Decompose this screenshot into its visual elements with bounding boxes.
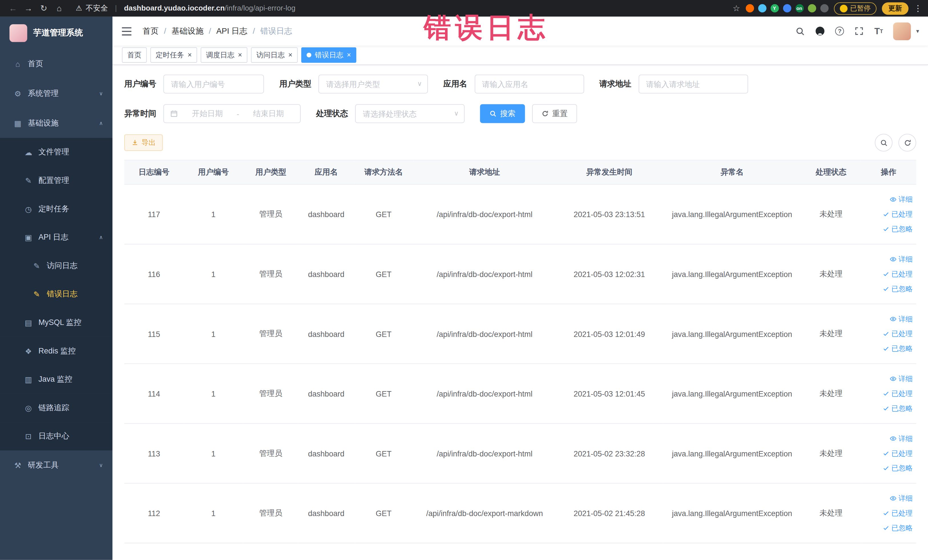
action-ignored[interactable]: 已忽略	[864, 520, 913, 536]
exception-time-range-picker[interactable]: 开始日期 - 结束日期	[163, 104, 301, 123]
user-id-input[interactable]	[163, 75, 264, 93]
tab-tag-0[interactable]: 首页	[122, 47, 147, 63]
avatar[interactable]	[893, 22, 911, 40]
action-processed[interactable]: 已处理	[864, 446, 913, 461]
extension-icon[interactable]	[758, 4, 766, 12]
font-size-small: T	[880, 28, 883, 35]
column-header: 日志编号	[124, 160, 184, 184]
cell-user-type: 管理员	[243, 483, 298, 543]
close-icon[interactable]: ×	[238, 51, 242, 58]
filter-form: 用户编号 用户类型 ∨ 应用名 请	[124, 75, 916, 123]
request-url-input[interactable]	[638, 75, 748, 93]
close-icon[interactable]: ×	[288, 51, 292, 58]
action-processed[interactable]: 已处理	[864, 207, 913, 222]
action-ignored[interactable]: 已忽略	[864, 222, 913, 237]
address-bar[interactable]: dashboard.yudao.iocoder.cn/infra/log/api…	[124, 4, 296, 12]
column-header: 用户类型	[243, 160, 298, 184]
chevron-down-icon[interactable]: ▾	[916, 28, 919, 35]
close-icon[interactable]: ×	[188, 51, 192, 58]
refresh-table-button[interactable]	[898, 134, 916, 151]
extension-icon[interactable]	[820, 4, 828, 12]
github-icon[interactable]	[815, 26, 825, 36]
breadcrumb-item[interactable]: API 日志	[216, 26, 247, 36]
sidebar-item-config[interactable]: ✎配置管理	[0, 166, 112, 195]
end-date-placeholder[interactable]: 结束日期	[243, 108, 294, 119]
search-icon[interactable]	[795, 26, 805, 36]
process-status-select[interactable]	[355, 104, 465, 123]
extension-icon[interactable]: Y	[770, 4, 778, 12]
sidebar-menu: ⌂首页⚙系统管理∨▦基础设施∧☁文件管理✎配置管理◷定时任务▣API 日志∧✎访…	[0, 49, 112, 480]
sidebar-item-trace[interactable]: ◎链路追踪	[0, 394, 112, 422]
sidebar-item-access-log[interactable]: ✎访问日志	[0, 252, 112, 280]
search-button[interactable]: 搜索	[480, 104, 525, 123]
sidebar-item-dev-tools[interactable]: ⚒研发工具∨	[0, 450, 112, 480]
paused-badge[interactable]: 已暂停	[833, 2, 876, 15]
action-processed[interactable]: 已处理	[864, 386, 913, 401]
sidebar-item-mysql[interactable]: ▤MySQL 监控	[0, 308, 112, 337]
tab-tag-2[interactable]: 调度日志×	[200, 47, 247, 63]
action-detail[interactable]: 详细	[864, 491, 913, 506]
sidebar-item-redis[interactable]: ❖Redis 监控	[0, 337, 112, 365]
app-name-input[interactable]	[475, 75, 584, 93]
sidebar-item-api-log[interactable]: ▣API 日志∧	[0, 223, 112, 252]
action-ignored[interactable]: 已忽略	[864, 282, 913, 296]
back-icon[interactable]: ←	[6, 3, 20, 13]
cell-user-type: 管理员	[243, 364, 298, 424]
sidebar-item-error-log[interactable]: ✎错误日志	[0, 280, 112, 308]
tab-tag-3[interactable]: 访问日志×	[251, 47, 298, 63]
home-icon[interactable]: ⌂	[52, 3, 66, 13]
hamburger-icon[interactable]	[121, 25, 133, 37]
tag-label: 错误日志	[315, 50, 343, 60]
eye-icon	[890, 495, 897, 502]
sidebar-item-system[interactable]: ⚙系统管理∨	[0, 79, 112, 108]
action-processed[interactable]: 已处理	[864, 506, 913, 520]
help-icon[interactable]: ?	[835, 26, 844, 35]
reload-icon[interactable]: ↻	[37, 3, 51, 13]
update-button[interactable]: 更新	[882, 2, 908, 15]
action-ignored[interactable]: 已忽略	[864, 341, 913, 356]
sidebar-item-file[interactable]: ☁文件管理	[0, 138, 112, 166]
tag-label: 调度日志	[206, 50, 235, 60]
extension-icon[interactable]	[745, 4, 754, 12]
cell-exception-name: java.lang.IllegalArgumentException	[663, 423, 801, 483]
action-processed[interactable]: 已处理	[864, 267, 913, 282]
reset-button[interactable]: 重置	[532, 104, 577, 123]
action-ignored[interactable]: 已忽略	[864, 461, 913, 476]
sidebar-item-log-center[interactable]: ⊡日志中心	[0, 422, 112, 450]
fullscreen-icon[interactable]	[854, 26, 864, 36]
action-label: 详细	[898, 371, 913, 386]
font-size-icon[interactable]: TT	[875, 26, 883, 35]
action-ignored[interactable]: 已忽略	[864, 401, 913, 416]
user-type-select[interactable]	[318, 75, 428, 93]
extension-icon[interactable]	[807, 4, 816, 12]
extension-icon[interactable]	[783, 4, 791, 12]
action-detail[interactable]: 详细	[864, 311, 913, 327]
cell-request-method: GET	[354, 184, 414, 244]
action-detail[interactable]: 详细	[864, 192, 913, 207]
sidebar-item-job[interactable]: ◷定时任务	[0, 195, 112, 223]
forward-icon[interactable]: →	[21, 3, 36, 13]
sidebar-item-infra[interactable]: ▦基础设施∧	[0, 108, 112, 138]
tab-tag-4[interactable]: 错误日志×	[301, 47, 356, 63]
export-button[interactable]: 导出	[124, 134, 163, 151]
toggle-search-button[interactable]	[875, 134, 892, 151]
sidebar-item-home[interactable]: ⌂首页	[0, 49, 112, 79]
action-processed[interactable]: 已处理	[864, 327, 913, 341]
close-icon[interactable]: ×	[347, 51, 351, 58]
tag-label: 首页	[127, 50, 142, 60]
sidebar-item-java[interactable]: ▥Java 监控	[0, 365, 112, 394]
browser-menu-icon[interactable]: ⋮	[914, 3, 922, 13]
security-area[interactable]: ⚠ 不安全 | dashboard.yudao.iocoder.cn/infra…	[76, 3, 296, 13]
start-date-placeholder[interactable]: 开始日期	[182, 108, 233, 119]
action-detail[interactable]: 详细	[864, 252, 913, 267]
extension-icon[interactable]: on	[795, 4, 803, 12]
java-icon: ▥	[23, 375, 34, 384]
breadcrumb-item[interactable]: 基础设施	[171, 26, 203, 36]
action-label: 详细	[898, 311, 913, 327]
action-detail[interactable]: 详细	[864, 371, 913, 386]
bookmark-star-icon[interactable]: ☆	[733, 3, 740, 13]
action-detail[interactable]: 详细	[864, 431, 913, 446]
filter-app-name: 应用名	[443, 75, 584, 93]
breadcrumb-item[interactable]: 首页	[143, 26, 159, 36]
tab-tag-1[interactable]: 定时任务×	[150, 47, 197, 63]
